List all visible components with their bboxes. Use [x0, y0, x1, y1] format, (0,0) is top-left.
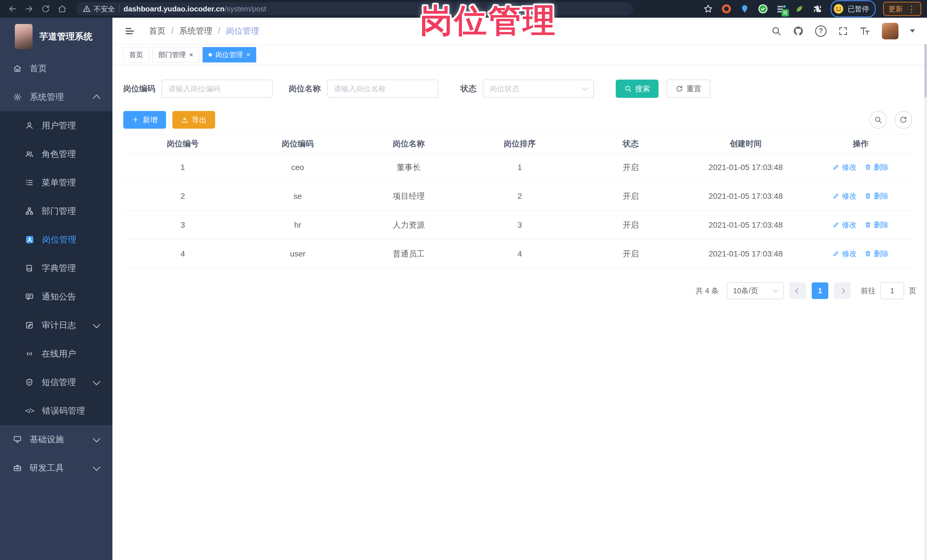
breadcrumb-separator: / — [171, 26, 173, 36]
chevron-down-icon — [93, 435, 100, 442]
sidebar-item-online-users[interactable]: 在线用户 — [0, 340, 112, 368]
page-scrollbar[interactable] — [924, 18, 927, 560]
page-size-select[interactable]: 10条/页 — [727, 282, 784, 299]
edit-link[interactable]: 修改 — [833, 191, 857, 201]
caret-down-icon[interactable] — [910, 29, 915, 32]
navbar-actions: ? — [771, 23, 915, 39]
breadcrumb-system[interactable]: 系统管理 — [179, 26, 212, 37]
tab-post-mgmt[interactable]: 岗位管理 × — [202, 47, 256, 62]
sidebar-item-audit-log[interactable]: 审计日志 — [0, 311, 112, 340]
trash-icon — [865, 193, 871, 199]
col-actions: 操作 — [805, 135, 916, 153]
sidebar-item-menu-mgmt[interactable]: 菜单管理 — [0, 168, 112, 197]
search-button[interactable]: 搜索 — [616, 80, 658, 98]
github-icon[interactable] — [793, 26, 804, 36]
cell-actions: 修改删除 — [805, 211, 916, 240]
cell-status: 开启 — [575, 153, 686, 182]
page-content: 岗位编码 岗位名称 状态 岗位状态 搜索 — [112, 65, 927, 560]
edit-link[interactable]: 修改 — [833, 249, 857, 259]
status-select[interactable]: 岗位状态 — [483, 80, 594, 98]
status-label: 状态 — [460, 83, 477, 94]
hamburger-icon[interactable] — [125, 26, 135, 36]
delete-link[interactable]: 删除 — [865, 220, 889, 230]
sidebar-item-notice[interactable]: 通知公告 — [0, 282, 112, 311]
logo-title: 芋道管理系统 — [40, 30, 93, 42]
help-icon[interactable]: ? — [815, 26, 827, 37]
fullscreen-icon[interactable] — [838, 26, 848, 36]
tab-close-icon[interactable]: × — [189, 52, 193, 58]
next-page-button[interactable] — [834, 282, 851, 299]
sidebar-item-dept-mgmt[interactable]: 部门管理 — [0, 197, 112, 225]
post-code-input[interactable] — [161, 80, 273, 98]
delete-link[interactable]: 删除 — [865, 191, 889, 201]
ext-leaf-icon[interactable] — [794, 3, 805, 14]
tab-dept-mgmt[interactable]: 部门管理 × — [152, 47, 199, 62]
sidebar-item-sms-mgmt[interactable]: 短信管理 — [0, 368, 112, 396]
home-browser-icon[interactable] — [55, 2, 69, 16]
browser-profile-chip[interactable]: 已暂停 — [831, 0, 875, 17]
search-icon — [874, 116, 882, 124]
sidebar-item-role-mgmt[interactable]: 角色管理 — [0, 140, 112, 168]
refresh-table-button[interactable] — [895, 111, 912, 129]
cell-sort: 4 — [464, 240, 575, 269]
toggle-search-button[interactable] — [869, 111, 887, 129]
security-label: 不安全 — [94, 4, 115, 14]
goto-page-input[interactable] — [880, 282, 904, 299]
extensions-puzzle-icon[interactable] — [812, 3, 823, 14]
download-icon — [181, 116, 188, 123]
add-button[interactable]: 新增 — [123, 111, 166, 129]
update-button[interactable]: 更新 ⋮ — [883, 2, 921, 16]
reload-icon[interactable] — [39, 2, 53, 16]
delete-link[interactable]: 删除 — [865, 249, 889, 259]
browser-toolbar: 不安全 dashboard.yudao.iocoder.cn/system/po… — [0, 0, 927, 18]
font-size-icon[interactable] — [860, 26, 871, 36]
page-number-button[interactable]: 1 — [812, 282, 828, 299]
url-host: dashboard.yudao.iocoder.cn — [123, 5, 225, 13]
sidebar-item-dict-mgmt[interactable]: 字典管理 — [0, 254, 112, 282]
sidebar-item-error-code[interactable]: </> 错误码管理 — [0, 396, 112, 425]
pencil-icon — [833, 250, 839, 257]
post-table: 岗位编号 岗位编码 岗位名称 岗位排序 状态 创建时间 操作 1 ceo — [123, 134, 916, 269]
tab-close-icon[interactable]: × — [246, 52, 250, 58]
security-status[interactable]: 不安全 — [83, 4, 115, 14]
search-icon[interactable] — [771, 26, 781, 36]
sidebar-item-user-mgmt[interactable]: 用户管理 — [0, 111, 112, 140]
dict-book-icon — [25, 264, 33, 272]
sidebar-item-infra[interactable]: 基础设施 — [0, 425, 112, 454]
col-created: 创建时间 — [686, 135, 805, 153]
cell-created: 2021-01-05 17:03:48 — [686, 153, 805, 182]
goto-page: 前往 页 — [861, 282, 916, 299]
prev-page-button[interactable] — [789, 282, 806, 299]
ext-pin-icon[interactable] — [739, 3, 750, 14]
cell-sort: 1 — [464, 153, 575, 182]
forward-icon[interactable] — [22, 2, 36, 16]
sidebar-item-home[interactable]: 首页 — [0, 54, 112, 83]
ext-orange-ring-icon[interactable] — [721, 3, 732, 14]
ext-check-icon[interactable] — [758, 3, 768, 14]
post-name-input[interactable] — [327, 80, 438, 98]
logo[interactable]: 芋道管理系统 — [0, 18, 112, 54]
breadcrumb-home[interactable]: 首页 — [149, 26, 166, 37]
reset-button[interactable]: 重置 — [667, 80, 710, 98]
edit-link[interactable]: 修改 — [833, 220, 857, 230]
back-icon[interactable] — [6, 2, 20, 16]
address-bar[interactable]: 不安全 dashboard.yudao.iocoder.cn/system/po… — [76, 2, 633, 15]
bookmark-star-icon[interactable] — [703, 3, 714, 14]
ext-grid-icon[interactable]: 简 — [776, 3, 787, 14]
kebab-menu-icon[interactable]: ⋮ — [907, 4, 916, 14]
delete-link[interactable]: 删除 — [865, 162, 889, 172]
total-count: 共 4 条 — [696, 286, 719, 296]
sidebar-item-post-mgmt[interactable]: 岗位管理 — [0, 225, 112, 254]
sidebar-item-system-mgmt[interactable]: 系统管理 — [0, 83, 112, 111]
tab-home[interactable]: 首页 — [123, 47, 149, 62]
export-button[interactable]: 导出 — [172, 111, 215, 129]
user-avatar[interactable] — [882, 23, 898, 39]
post-code-label: 岗位编码 — [123, 83, 155, 94]
dept-tree-icon — [25, 207, 33, 216]
sidebar-item-dev-tools[interactable]: 研发工具 — [0, 454, 112, 482]
table-tools — [869, 111, 912, 129]
browser-actions: 简 已暂停 更新 ⋮ — [703, 0, 921, 17]
online-users-icon — [25, 349, 33, 358]
cell-status: 开启 — [575, 182, 686, 211]
edit-link[interactable]: 修改 — [833, 162, 857, 172]
